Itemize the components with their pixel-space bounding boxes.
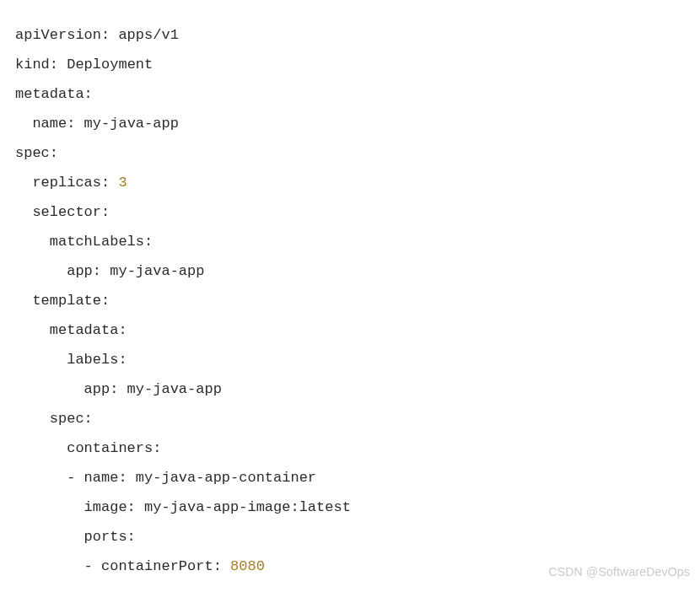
- yaml-key: name:: [15, 116, 75, 132]
- yaml-value: Deployment: [58, 57, 153, 73]
- yaml-key: labels:: [15, 352, 127, 368]
- yaml-line: template:: [15, 293, 110, 309]
- yaml-line: - name: my-java-app-container: [15, 470, 316, 486]
- yaml-line: app: my-java-app: [15, 263, 204, 279]
- yaml-key: ports:: [15, 529, 136, 545]
- yaml-value: my-java-app-image:latest: [136, 499, 351, 515]
- yaml-value: my-java-app-container: [127, 470, 316, 486]
- yaml-line: ports:: [15, 529, 136, 545]
- yaml-value: my-java-app: [118, 381, 221, 397]
- yaml-key: replicas:: [15, 175, 110, 191]
- yaml-line: app: my-java-app: [15, 381, 222, 397]
- yaml-line: name: my-java-app: [15, 116, 179, 132]
- yaml-key: - name:: [15, 470, 127, 486]
- yaml-code-block: apiVersion: apps/v1 kind: Deployment met…: [0, 0, 700, 581]
- yaml-line: - containerPort: 8080: [15, 558, 265, 574]
- yaml-key: selector:: [15, 204, 110, 220]
- yaml-line: image: my-java-app-image:latest: [15, 499, 351, 515]
- yaml-value: my-java-app: [75, 116, 178, 132]
- yaml-key: image:: [15, 499, 136, 515]
- yaml-line: labels:: [15, 352, 127, 368]
- yaml-key: app:: [15, 263, 101, 279]
- yaml-key: metadata:: [15, 322, 127, 338]
- yaml-line: replicas: 3: [15, 175, 127, 191]
- yaml-key: app:: [15, 381, 118, 397]
- yaml-key: - containerPort:: [15, 558, 222, 574]
- yaml-key: spec:: [15, 145, 58, 161]
- yaml-key: apiVersion:: [15, 27, 110, 43]
- yaml-key: metadata:: [15, 86, 93, 102]
- yaml-line: selector:: [15, 204, 110, 220]
- yaml-key: containers:: [15, 440, 161, 456]
- yaml-key: matchLabels:: [15, 234, 153, 250]
- yaml-line: metadata:: [15, 322, 127, 338]
- yaml-line: matchLabels:: [15, 234, 153, 250]
- yaml-value-number: 3: [110, 175, 127, 191]
- yaml-key: kind:: [15, 57, 58, 73]
- yaml-line: spec:: [15, 411, 93, 427]
- yaml-value: my-java-app: [101, 263, 204, 279]
- yaml-key: spec:: [15, 411, 93, 427]
- yaml-value: apps/v1: [110, 27, 179, 43]
- yaml-line: spec:: [15, 145, 58, 161]
- yaml-line: metadata:: [15, 86, 93, 102]
- yaml-line: containers:: [15, 440, 161, 456]
- yaml-line: kind: Deployment: [15, 57, 153, 73]
- yaml-line: apiVersion: apps/v1: [15, 27, 179, 43]
- yaml-value-number: 8080: [222, 558, 265, 574]
- yaml-key: template:: [15, 293, 110, 309]
